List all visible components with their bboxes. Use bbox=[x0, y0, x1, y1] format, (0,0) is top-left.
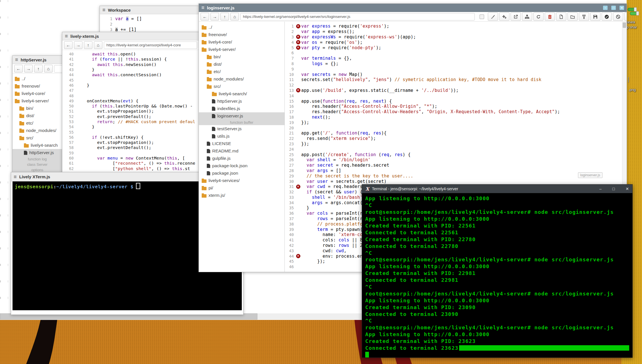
folder-button[interactable] bbox=[567, 13, 578, 21]
tree-item[interactable]: src/ bbox=[199, 83, 284, 90]
terminal-line: root@sensorpi:/home/jens/lively4/lively4… bbox=[365, 290, 629, 297]
terminal-title-bar[interactable]: X Terminal - jens@sensorpi: ~/lively4/li… bbox=[362, 185, 632, 193]
forward-button[interactable]: → bbox=[74, 41, 82, 49]
xterm-editor-title-bar[interactable]: ≡ lively-xterm.js bbox=[62, 32, 199, 40]
xterm-editor-code[interactable]: 40 await this.open()41 if (force || !thi… bbox=[62, 50, 199, 171]
error-marker-icon[interactable]: ✕ bbox=[296, 254, 300, 258]
tree-item[interactable]: node_modules/ bbox=[199, 75, 284, 83]
sync-button[interactable] bbox=[533, 13, 544, 21]
menu-icon[interactable]: ≡ bbox=[65, 34, 68, 39]
tree-item[interactable]: lively4-core/ bbox=[199, 38, 284, 46]
url-input[interactable] bbox=[104, 42, 197, 49]
save-button[interactable] bbox=[590, 13, 600, 21]
url-input[interactable] bbox=[240, 13, 475, 20]
network-share-icon bbox=[627, 6, 640, 18]
tree-item[interactable]: dist/ bbox=[13, 112, 62, 119]
tree-item[interactable]: lively4-server/ bbox=[199, 46, 284, 53]
line-number: 1 bbox=[100, 16, 115, 21]
tree-item[interactable]: testServer.js bbox=[199, 125, 284, 133]
home-button[interactable]: ⌂ bbox=[230, 13, 239, 20]
tree-item[interactable]: lively4-search bbox=[13, 142, 62, 149]
up-button[interactable]: ↑ bbox=[220, 13, 229, 20]
workspace-title-bar[interactable]: ≡ Workspace bbox=[100, 6, 199, 14]
back-button[interactable]: ← bbox=[201, 13, 209, 20]
tree-item[interactable]: ../ bbox=[13, 75, 62, 82]
tree-item[interactable]: pi/ bbox=[199, 184, 284, 192]
menu-icon[interactable]: ≡ bbox=[14, 174, 17, 179]
external-link-button[interactable] bbox=[511, 13, 521, 21]
expand-button[interactable] bbox=[624, 13, 627, 21]
line-number: 45 bbox=[62, 78, 75, 82]
error-marker-icon[interactable]: ✕ bbox=[296, 35, 300, 39]
tree-item[interactable]: httpServer.js bbox=[13, 149, 62, 156]
tree-item[interactable]: lively4-server/ bbox=[13, 97, 62, 105]
error-marker-icon[interactable]: ✕ bbox=[296, 46, 300, 50]
tree-item[interactable]: gulpfile.js bbox=[199, 155, 284, 162]
close-button[interactable]: ✕ bbox=[626, 187, 629, 191]
error-marker-icon[interactable]: ✕ bbox=[296, 24, 300, 28]
tree-item[interactable]: node_modules/ bbox=[13, 127, 62, 134]
back-button[interactable]: ← bbox=[14, 65, 23, 73]
line-number: 41 bbox=[62, 57, 75, 61]
tree-item[interactable]: package-lock.json bbox=[199, 162, 284, 169]
tree-item[interactable]: src/ bbox=[13, 134, 62, 142]
maximize-button[interactable]: □ bbox=[611, 6, 616, 10]
file-button[interactable] bbox=[556, 13, 566, 21]
tree-item[interactable]: lively4-services/ bbox=[199, 177, 284, 184]
error-marker-icon[interactable]: ✕ bbox=[296, 88, 300, 92]
tree-item[interactable]: freenove/ bbox=[199, 31, 284, 38]
tree-item[interactable]: lively4-core/ bbox=[13, 90, 62, 97]
maximize-button[interactable]: □ bbox=[612, 187, 615, 191]
tree-item[interactable]: dist/ bbox=[199, 61, 284, 68]
code-fork-button[interactable] bbox=[579, 13, 589, 21]
up-button[interactable]: ↑ bbox=[34, 65, 43, 73]
back-button[interactable]: ← bbox=[64, 41, 73, 49]
gears-button[interactable] bbox=[499, 13, 509, 21]
brush-button[interactable] bbox=[488, 13, 498, 21]
loginserver-title-bar[interactable]: ≡ loginserver.js – □ ✕ bbox=[199, 4, 627, 12]
error-marker-icon[interactable]: ✕ bbox=[296, 40, 300, 44]
tree-item[interactable]: httpServer.js bbox=[199, 98, 284, 105]
tree-item[interactable]: etc/ bbox=[13, 119, 62, 127]
terminal-output[interactable]: App listening to http://0.0.0.0:3000^Cro… bbox=[362, 193, 632, 357]
minimize-button[interactable]: – bbox=[603, 6, 608, 10]
prompt-user: jens@sensorpi bbox=[15, 184, 53, 189]
check-circle-button[interactable] bbox=[602, 13, 612, 21]
tree-item[interactable]: utils.js bbox=[199, 133, 284, 140]
minimize-button[interactable]: – bbox=[599, 187, 602, 191]
desktop-icon-screenshot[interactable] bbox=[628, 77, 629, 82]
tree-item[interactable]: loginserver.js bbox=[199, 112, 284, 120]
tree-item[interactable]: freenove/ bbox=[13, 82, 62, 90]
tree-item[interactable]: xterm.js/ bbox=[199, 192, 284, 199]
code-line: 46 } bbox=[62, 83, 199, 88]
gutter-marker: ✕ bbox=[295, 254, 301, 258]
tree-item[interactable]: bin/ bbox=[13, 105, 62, 112]
tree-item[interactable]: LICENSE bbox=[199, 140, 284, 147]
tree-item[interactable]: package.json bbox=[199, 169, 284, 177]
ban-button[interactable] bbox=[613, 13, 623, 21]
menu-icon[interactable]: ≡ bbox=[15, 57, 18, 62]
url-input[interactable] bbox=[54, 65, 62, 73]
scrollbar-thumb[interactable] bbox=[623, 22, 626, 28]
checkbox[interactable] bbox=[480, 15, 484, 19]
tree-item[interactable]: indexfiles.js bbox=[199, 105, 284, 112]
home-button[interactable]: ⌂ bbox=[94, 41, 102, 49]
menu-icon[interactable]: ≡ bbox=[102, 7, 106, 13]
desktop-icon-network[interactable] bbox=[627, 6, 640, 19]
forward-button[interactable]: → bbox=[210, 13, 219, 20]
tree-item[interactable]: bin/ bbox=[199, 53, 284, 61]
tree-item[interactable]: README.md bbox=[199, 147, 284, 155]
trash-button[interactable] bbox=[545, 13, 555, 21]
tree-item[interactable]: ../ bbox=[199, 24, 284, 31]
forward-button[interactable]: → bbox=[24, 65, 33, 73]
up-button[interactable]: ↑ bbox=[84, 41, 92, 49]
sitemap-button[interactable] bbox=[522, 13, 532, 21]
menu-icon[interactable]: ≡ bbox=[201, 5, 205, 10]
tree-item[interactable]: lively4-search/ bbox=[199, 90, 284, 98]
error-marker-icon[interactable]: ✕ bbox=[296, 185, 300, 189]
home-button[interactable]: ⌂ bbox=[44, 65, 53, 73]
close-button[interactable]: ✕ bbox=[620, 6, 624, 10]
workspace-code-editor[interactable]: 1var a = []23a += [1] bbox=[100, 14, 199, 32]
httpserver-title-bar[interactable]: ≡ httpServer.js bbox=[13, 56, 62, 64]
tree-item[interactable]: etc/ bbox=[199, 68, 284, 75]
